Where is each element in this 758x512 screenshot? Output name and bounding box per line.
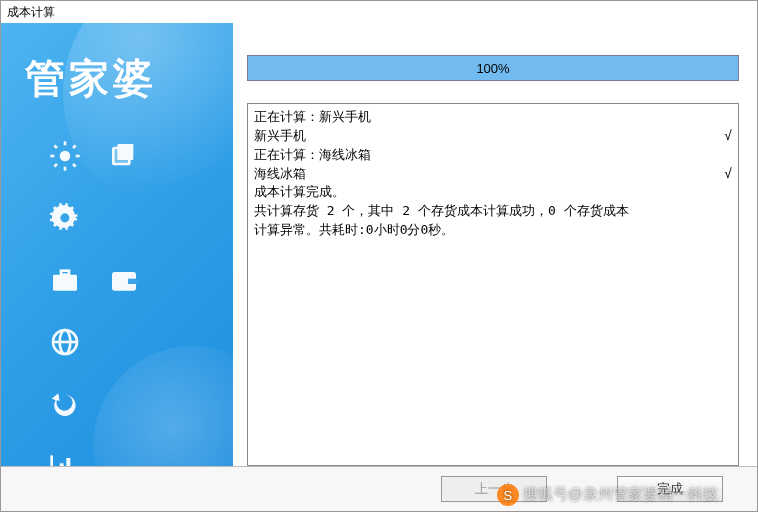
undo-icon bbox=[45, 384, 85, 424]
barchart-icon bbox=[45, 446, 85, 466]
stack-icon bbox=[104, 136, 144, 176]
log-line: 正在计算：新兴手机 bbox=[254, 108, 732, 127]
svg-rect-10 bbox=[113, 148, 129, 164]
sun-icon bbox=[45, 136, 85, 176]
blank-icon bbox=[162, 136, 202, 176]
svg-rect-15 bbox=[128, 279, 137, 284]
sidebar: 管家婆 bbox=[1, 23, 233, 466]
svg-rect-12 bbox=[53, 275, 77, 291]
log-output[interactable]: 正在计算：新兴手机新兴手机√正在计算：海线冰箱海线冰箱√成本计算完成。共计算存货… bbox=[247, 103, 739, 466]
blank-icon bbox=[162, 446, 202, 466]
svg-line-7 bbox=[54, 164, 57, 167]
blank-icon bbox=[104, 322, 144, 362]
svg-line-8 bbox=[73, 145, 76, 148]
window: 成本计算 管家婆 bbox=[0, 0, 758, 512]
check-mark-icon: √ bbox=[724, 127, 732, 146]
blank-icon bbox=[162, 198, 202, 238]
blank-icon bbox=[162, 322, 202, 362]
prev-button: 上一步 bbox=[441, 476, 547, 502]
blank-icon bbox=[162, 260, 202, 300]
svg-point-0 bbox=[60, 151, 71, 162]
blank-icon bbox=[104, 198, 144, 238]
globe-icon bbox=[45, 322, 85, 362]
blank-icon bbox=[162, 384, 202, 424]
content-area: 管家婆 bbox=[1, 23, 757, 466]
progress-label: 100% bbox=[248, 56, 738, 80]
log-line: 新兴手机√ bbox=[254, 127, 732, 146]
blank-icon bbox=[104, 446, 144, 466]
log-line: 正在计算：海线冰箱 bbox=[254, 146, 732, 165]
svg-line-6 bbox=[73, 164, 76, 167]
log-line: 共计算存货 2 个，其中 2 个存货成本计算成功，0 个存货成本 bbox=[254, 202, 732, 221]
progress-bar: 100% bbox=[247, 55, 739, 81]
finish-button[interactable]: 完成 bbox=[617, 476, 723, 502]
log-line: 计算异常。共耗时:0小时0分0秒。 bbox=[254, 221, 732, 240]
log-line: 海线冰箱√ bbox=[254, 165, 732, 184]
gear-icon bbox=[45, 198, 85, 238]
window-title: 成本计算 bbox=[1, 1, 757, 23]
check-mark-icon: √ bbox=[724, 165, 732, 184]
main-panel: 100% 正在计算：新兴手机新兴手机√正在计算：海线冰箱海线冰箱√成本计算完成。… bbox=[233, 23, 757, 466]
svg-rect-13 bbox=[61, 271, 69, 275]
svg-line-5 bbox=[54, 145, 57, 148]
brand-logo: 管家婆 bbox=[1, 23, 233, 106]
blank-icon bbox=[104, 384, 144, 424]
sidebar-icon-grid bbox=[1, 136, 233, 466]
log-line: 成本计算完成。 bbox=[254, 183, 732, 202]
svg-rect-20 bbox=[60, 463, 64, 466]
wallet-icon bbox=[104, 260, 144, 300]
briefcase-icon bbox=[45, 260, 85, 300]
svg-rect-21 bbox=[66, 458, 70, 466]
footer: 上一步 完成 bbox=[1, 466, 757, 511]
